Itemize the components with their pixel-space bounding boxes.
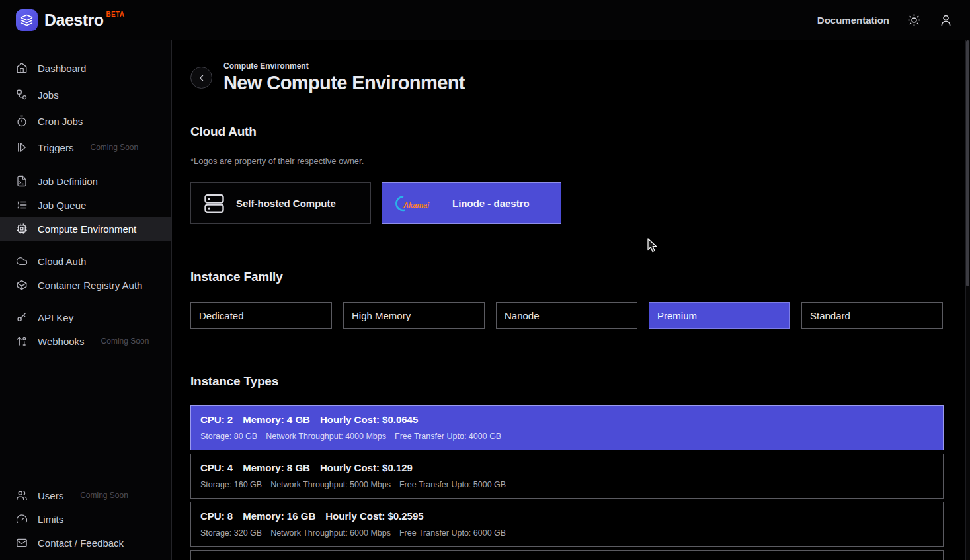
instance-type-row-3[interactable]: CPU: 8 Memory: 16 GB Hourly Cost: $0.259… xyxy=(190,502,944,547)
sidebar-item-contact-feedback[interactable]: Contact / Feedback xyxy=(0,531,171,555)
daestro-logo[interactable] xyxy=(16,9,38,31)
cloud-auth-options: Self-hosted Compute Akamai Linode - daes… xyxy=(190,182,944,224)
mail-icon xyxy=(16,537,28,549)
family-option-dedicated[interactable]: Dedicated xyxy=(190,302,332,329)
file-terminal-icon xyxy=(16,175,28,187)
instance-type-row-1[interactable]: CPU: 2 Memory: 4 GB Hourly Cost: $0.0645… xyxy=(190,405,944,450)
akamai-logo: Akamai xyxy=(393,195,442,212)
akamai-logo-text: Akamai xyxy=(403,200,430,208)
main-content: Compute Environment New Compute Environm… xyxy=(172,40,970,560)
sidebar-item-label: Users xyxy=(38,490,63,501)
family-option-standard[interactable]: Standard xyxy=(801,302,943,329)
coming-soon-badge: Coming Soon xyxy=(80,491,128,500)
sidebar-divider xyxy=(0,301,171,301)
coming-soon-badge: Coming Soon xyxy=(101,337,149,346)
cloud-auth-option-self-hosted[interactable]: Self-hosted Compute xyxy=(190,182,371,224)
key-icon xyxy=(16,311,28,323)
sidebar-item-cloud-auth[interactable]: Cloud Auth xyxy=(0,249,171,273)
theme-toggle-sun-icon[interactable] xyxy=(907,13,921,27)
spec-hourly-cost: Hourly Cost: $0.0645 xyxy=(320,414,418,425)
family-option-nanode[interactable]: Nanode xyxy=(496,302,637,329)
detail-free-transfer: Free Transfer Upto: 6000 GB xyxy=(399,528,506,538)
scrollbar-thumb[interactable] xyxy=(966,40,969,286)
topbar: Daestro BETA Documentation xyxy=(0,0,970,40)
instance-type-row-2[interactable]: CPU: 4 Memory: 8 GB Hourly Cost: $0.129 … xyxy=(190,454,944,499)
sidebar-item-dashboard[interactable]: Dashboard xyxy=(0,55,171,81)
sidebar: Dashboard Jobs Cron Jobs xyxy=(0,40,172,560)
instance-types-list: CPU: 2 Memory: 4 GB Hourly Cost: $0.0645… xyxy=(190,405,944,560)
users-icon xyxy=(16,489,28,501)
spec-cpu: CPU: 2 xyxy=(200,414,233,425)
detail-storage: Storage: 80 GB xyxy=(200,432,257,441)
vertical-scrollbar xyxy=(965,40,970,560)
sidebar-item-job-definition[interactable]: Job Definition xyxy=(0,169,171,193)
cloud-auth-option-label: Linode - daestro xyxy=(452,198,530,209)
sidebar-divider xyxy=(0,245,171,245)
sidebar-item-limits[interactable]: Limits xyxy=(0,507,171,531)
family-option-label: Nanode xyxy=(505,310,540,321)
sidebar-item-compute-environment[interactable]: Compute Environment xyxy=(0,217,171,241)
sidebar-item-container-registry-auth[interactable]: Container Registry Auth xyxy=(0,273,171,297)
sidebar-item-cron-jobs[interactable]: Cron Jobs xyxy=(0,108,171,134)
detail-storage: Storage: 160 GB xyxy=(200,480,262,489)
detail-free-transfer: Free Transfer Upto: 5000 GB xyxy=(399,480,506,489)
sidebar-item-jobs[interactable]: Jobs xyxy=(0,81,171,108)
sidebar-item-webhooks[interactable]: Webhooks Coming Soon xyxy=(0,329,171,353)
breadcrumb: Compute Environment xyxy=(223,61,465,71)
family-option-label: High Memory xyxy=(352,310,411,321)
sidebar-item-label: Webhooks xyxy=(38,336,85,347)
documentation-link[interactable]: Documentation xyxy=(817,15,889,26)
spec-hourly-cost: Hourly Cost: $0.129 xyxy=(320,462,413,473)
chevron-left-icon xyxy=(196,72,208,84)
detail-network-throughput: Network Throughput: 6000 Mbps xyxy=(270,528,391,538)
step-forward-icon xyxy=(16,141,28,153)
brand-name: Daestro xyxy=(44,11,104,30)
page-title: New Compute Environment xyxy=(223,72,465,94)
sidebar-item-label: Cloud Auth xyxy=(38,256,86,267)
user-account-icon[interactable] xyxy=(939,13,953,27)
instance-family-options: Dedicated High Memory Nanode Premium Sta… xyxy=(190,302,944,329)
spec-cpu: CPU: 8 xyxy=(200,510,233,522)
logos-note: *Logos are property of their respective … xyxy=(190,156,944,166)
instance-types-heading: Instance Types xyxy=(190,374,944,389)
detail-storage: Storage: 320 GB xyxy=(200,528,262,538)
family-option-label: Standard xyxy=(810,310,850,321)
sidebar-item-label: API Key xyxy=(38,312,73,323)
sidebar-item-triggers[interactable]: Triggers Coming Soon xyxy=(0,134,171,161)
timer-icon xyxy=(16,115,28,127)
sidebar-item-users[interactable]: Users Coming Soon xyxy=(0,483,171,507)
instance-family-heading: Instance Family xyxy=(190,270,944,284)
spec-memory: Memory: 4 GB xyxy=(243,414,310,425)
family-option-label: Premium xyxy=(657,310,697,321)
sidebar-item-label: Jobs xyxy=(38,89,59,100)
cloud-auth-option-label: Self-hosted Compute xyxy=(236,198,336,209)
coming-soon-badge: Coming Soon xyxy=(90,143,138,152)
family-option-label: Dedicated xyxy=(199,310,244,321)
family-option-high-memory[interactable]: High Memory xyxy=(343,302,485,329)
instance-type-row-4-partial[interactable] xyxy=(190,550,944,560)
spec-memory: Memory: 8 GB xyxy=(243,462,310,473)
sidebar-item-label: Job Queue xyxy=(38,200,86,211)
beta-badge: BETA xyxy=(106,11,125,18)
sidebar-item-job-queue[interactable]: Job Queue xyxy=(0,193,171,217)
list-ordered-icon xyxy=(16,199,28,211)
sidebar-item-label: Limits xyxy=(38,514,63,525)
spec-hourly-cost: Hourly Cost: $0.2595 xyxy=(325,510,423,522)
detail-free-transfer: Free Transfer Upto: 4000 GB xyxy=(395,432,501,441)
sidebar-item-label: Container Registry Auth xyxy=(38,280,142,291)
spec-memory: Memory: 16 GB xyxy=(243,510,315,522)
package-icon xyxy=(16,279,28,291)
family-option-premium[interactable]: Premium xyxy=(649,302,790,329)
sidebar-item-api-key[interactable]: API Key xyxy=(0,305,171,329)
sidebar-item-label: Job Definition xyxy=(38,176,98,187)
sidebar-item-label: Dashboard xyxy=(38,63,86,74)
detail-network-throughput: Network Throughput: 4000 Mbps xyxy=(266,432,386,441)
sidebar-item-label: Cron Jobs xyxy=(38,116,83,127)
sidebar-item-label: Triggers xyxy=(38,142,73,153)
server-icon xyxy=(202,192,226,216)
cloud-auth-option-linode-daestro[interactable]: Akamai Linode - daestro xyxy=(382,182,561,224)
back-button[interactable] xyxy=(190,67,212,89)
sidebar-item-label: Contact / Feedback xyxy=(38,538,124,549)
sidebar-divider xyxy=(0,479,171,479)
spec-cpu: CPU: 4 xyxy=(200,462,233,473)
